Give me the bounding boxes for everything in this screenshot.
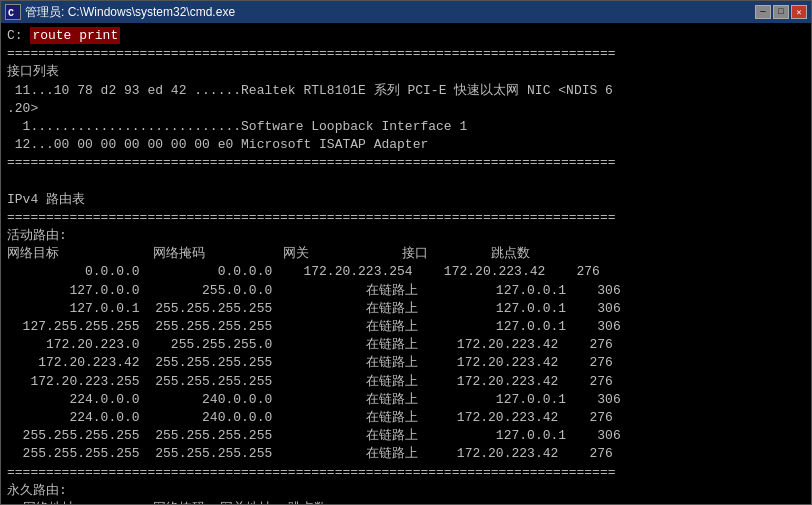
titlebar-icon: C: [5, 4, 21, 20]
console-output[interactable]: C: route print =========================…: [1, 23, 811, 504]
maximize-button[interactable]: □: [773, 5, 789, 19]
titlebar: C 管理员: C:\Windows\system32\cmd.exe ─ □ ✕: [1, 1, 811, 23]
close-button[interactable]: ✕: [791, 5, 807, 19]
titlebar-text: 管理员: C:\Windows\system32\cmd.exe: [25, 4, 755, 21]
minimize-button[interactable]: ─: [755, 5, 771, 19]
cmd-window: C 管理员: C:\Windows\system32\cmd.exe ─ □ ✕…: [0, 0, 812, 505]
titlebar-buttons: ─ □ ✕: [755, 5, 807, 19]
console-content: C: route print =========================…: [7, 27, 805, 504]
svg-text:C: C: [8, 8, 14, 19]
